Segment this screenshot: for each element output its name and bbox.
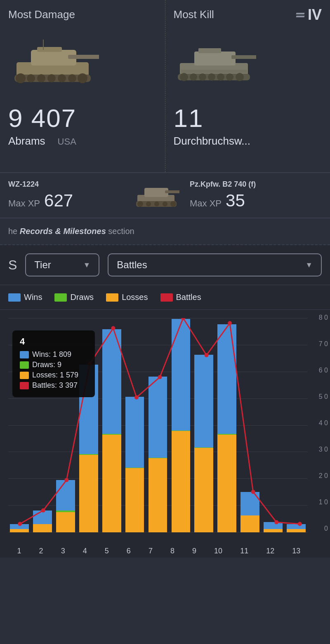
tooltip-battles-color xyxy=(20,382,29,389)
bar-losses xyxy=(148,458,167,532)
bar-group-tier-13 xyxy=(285,318,307,532)
y-label-6: 6 0 xyxy=(319,367,328,374)
bar-losses xyxy=(56,512,75,532)
x-label-8: 8 xyxy=(170,547,174,555)
xp-right-label: Max XP xyxy=(190,198,222,209)
xp-inner: WZ-1224 Max XP 627 Pz.Kpfw. B2 740 (f) xyxy=(0,174,330,217)
svg-point-21 xyxy=(236,73,244,81)
tier-dropdown[interactable]: Tier ▼ xyxy=(25,253,99,276)
draws-color-box xyxy=(54,293,67,302)
svg-point-28 xyxy=(137,201,143,207)
tooltip-draws-label: Draws: 9 xyxy=(32,361,61,369)
svg-point-8 xyxy=(78,73,87,83)
records-section: he Records & Milestones section xyxy=(0,218,330,245)
svg-point-17 xyxy=(199,73,206,81)
bar-wins xyxy=(125,397,144,468)
bar-losses xyxy=(33,524,52,532)
bar-losses xyxy=(264,529,283,532)
svg-rect-34 xyxy=(165,190,179,193)
bar-losses xyxy=(102,435,121,532)
tank-name-durchbruch: Durchbruchsw... xyxy=(174,135,250,148)
bar-wins xyxy=(287,524,306,529)
most-kills-panel: IV Most Kill xyxy=(165,0,330,172)
xp-right-row: Max XP 35 xyxy=(190,191,322,211)
svg-point-20 xyxy=(226,73,233,81)
tooltip-wins-color xyxy=(20,351,29,358)
x-label-1: 1 xyxy=(17,547,21,555)
legend-battles: Battles xyxy=(160,293,201,302)
legend-battles-label: Battles xyxy=(176,293,201,302)
svg-point-15 xyxy=(180,73,188,81)
bar-losses xyxy=(287,529,306,532)
x-label-5: 5 xyxy=(105,547,109,555)
bar-wins xyxy=(194,355,213,447)
svg-rect-10 xyxy=(68,55,99,59)
y-label-4: 4 0 xyxy=(319,419,328,427)
bar-wins xyxy=(10,524,29,529)
bar-losses xyxy=(125,468,144,532)
tier-roman: IV xyxy=(308,6,322,23)
chart-section: 8 0 7 0 6 0 5 0 4 0 3 0 2 0 1 0 0 4 Wins… xyxy=(0,310,330,557)
bar-group-tier-11 xyxy=(239,318,261,532)
bar-wins xyxy=(240,492,259,515)
tooltip-battles: Battles: 3 397 xyxy=(20,381,87,390)
bar-wins xyxy=(56,480,75,511)
top-section: Most Damage xyxy=(0,0,330,173)
tier-badge: IV xyxy=(296,6,322,23)
svg-rect-33 xyxy=(144,188,168,197)
xp-left-label: Max XP xyxy=(8,198,40,209)
bar-losses xyxy=(10,529,29,532)
legend-losses-label: Losses xyxy=(122,293,148,302)
legend-losses: Losses xyxy=(106,293,148,302)
svg-rect-25 xyxy=(181,70,247,73)
y-label-3: 3 0 xyxy=(319,446,328,453)
xp-middle-tank xyxy=(132,180,182,210)
x-label-13: 13 xyxy=(292,547,300,555)
x-label-3: 3 xyxy=(61,547,65,555)
tooltip-battles-label: Battles: 3 397 xyxy=(32,381,78,390)
tank-name-abrams: Abrams xyxy=(8,135,45,148)
x-label-7: 7 xyxy=(148,547,153,555)
tier-chevron-icon: ▼ xyxy=(83,261,91,269)
filter-section: S Tier ▼ Battles ▼ xyxy=(0,245,330,285)
svg-rect-24 xyxy=(198,48,221,53)
records-suffix: section xyxy=(106,227,134,236)
x-label-9: 9 xyxy=(192,547,196,555)
records-bold: Records & Milestones xyxy=(20,227,106,236)
records-prefix: he xyxy=(8,227,20,236)
abrams-tank-container xyxy=(8,25,157,99)
bar-group-tier-10 xyxy=(216,318,238,532)
y-label-2: 2 0 xyxy=(319,472,328,480)
xp-left-row: Max XP 627 xyxy=(8,191,124,211)
svg-point-3 xyxy=(27,74,35,82)
svg-point-19 xyxy=(217,73,224,81)
battles-chevron-icon: ▼ xyxy=(305,261,313,269)
y-label-7: 7 0 xyxy=(319,340,328,348)
bar-wins xyxy=(264,522,283,529)
xp-left-card: WZ-1224 Max XP 627 xyxy=(0,174,132,217)
bar-wins xyxy=(33,511,52,524)
bar-wins xyxy=(102,329,121,434)
bar-group-tier-7 xyxy=(147,318,169,532)
tooltip-wins: Wins: 1 809 xyxy=(20,350,87,359)
bar-wins xyxy=(148,377,167,458)
bar-losses xyxy=(217,435,236,532)
svg-point-5 xyxy=(47,74,56,82)
xp-right-card: Pz.Kpfw. B2 740 (f) Max XP 35 xyxy=(182,174,330,217)
bar-group-tier-12 xyxy=(262,318,284,532)
bar-losses xyxy=(194,448,213,532)
legend-wins-label: Wins xyxy=(24,293,42,302)
wz1224-tank-icon xyxy=(134,180,179,210)
bar-group-tier-5 xyxy=(101,318,123,532)
legend-wins: Wins xyxy=(8,293,42,302)
x-label-12: 12 xyxy=(266,547,274,555)
bar-losses xyxy=(79,455,98,532)
xp-right-value: 35 xyxy=(226,191,245,211)
kills-value: 11 xyxy=(174,103,322,133)
x-label-4: 4 xyxy=(83,547,87,555)
tooltip-tier: 4 xyxy=(20,336,87,347)
battles-dropdown[interactable]: Battles ▼ xyxy=(108,253,322,276)
svg-point-31 xyxy=(163,201,167,206)
tier-dropdown-label: Tier xyxy=(34,259,51,271)
bar-losses xyxy=(172,431,191,532)
